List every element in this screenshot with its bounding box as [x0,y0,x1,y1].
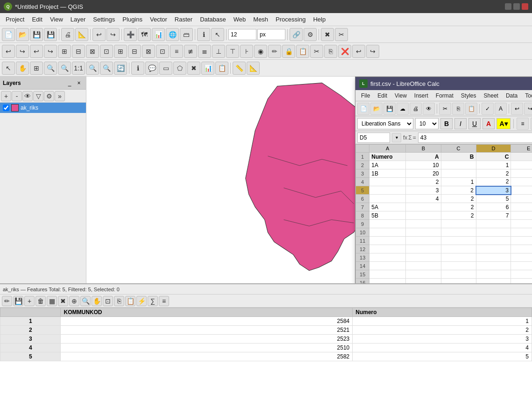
select-button[interactable]: ↖ [211,28,224,41]
cell-r6c1[interactable]: 4 [406,195,441,203]
layer-filter-button[interactable]: ▽ [33,91,43,101]
add-wms-button[interactable]: 🌐 [166,28,179,41]
layer-checkbox[interactable] [3,105,9,111]
tb2-btn1[interactable]: ↩ [2,45,15,58]
cell-r7c1[interactable] [406,203,441,211]
cell-r12c0[interactable] [369,245,406,253]
cell-r8c1[interactable] [406,211,441,220]
layer-item-ak-riks[interactable]: ak_riks [0,103,86,113]
cell-r4c2[interactable]: 1 [441,178,476,186]
tb2-btn21[interactable]: 🔒 [282,45,295,58]
attr-cell-r2c0[interactable]: 3 [0,335,61,344]
menu-view[interactable]: View [46,14,67,25]
tb2-btn19[interactable]: ◉ [254,45,267,58]
tb3-identify[interactable]: ℹ [131,62,144,75]
tb2-btn12[interactable]: ⊡ [156,45,169,58]
tb2-btn15[interactable]: ≣ [198,45,211,58]
identify-button[interactable]: ℹ [197,28,210,41]
tb2-btn3[interactable]: ↩ [30,45,43,58]
cell-r8c4[interactable]: 43 [511,211,532,220]
tb3-zoom-native[interactable]: 1:1 [72,62,85,75]
sidebar-collapse-button[interactable]: _ [65,79,74,87]
calc-save-button[interactable]: 💾 [383,103,396,115]
tb2-btn2[interactable]: ↪ [16,45,29,58]
cell-r14c0[interactable] [369,262,406,270]
tb2-btn8[interactable]: ⊡ [100,45,113,58]
align-left-button[interactable]: ≡ [517,118,529,130]
attr-cell-r1c0[interactable]: 2 [0,326,61,335]
layer-more-button[interactable]: » [55,91,65,101]
cell-ref-dropdown-button[interactable]: ▾ [392,133,401,142]
attr-copy-button[interactable]: ⎘ [114,296,124,306]
tb3-pan[interactable]: ✋ [16,62,29,75]
menu-help[interactable]: Help [309,14,329,25]
calc-menu-file[interactable]: File [357,91,374,100]
save-project-button[interactable]: 💾 [30,28,43,41]
tb2-btn16[interactable]: ⊥ [212,45,225,58]
cell-r14c3[interactable] [476,262,511,270]
calc-preview-button[interactable]: 👁 [423,103,435,115]
underline-button[interactable]: U [468,118,481,129]
cell-r1c0[interactable]: Numero [369,153,406,161]
col-header-d[interactable]: D [476,145,511,153]
cell-r6c0[interactable] [369,195,406,203]
highlight-button[interactable]: A▾ [497,118,511,129]
minimize-button[interactable] [505,3,511,10]
calc-menu-insert[interactable]: Insert [411,91,432,100]
tb2-btn24[interactable]: ⎘ [324,45,337,58]
tb3-deselect[interactable]: ✖ [187,62,200,75]
cell-r11c2[interactable] [441,237,476,245]
tb3-zoom-full[interactable]: ⊞ [30,62,43,75]
redo-button[interactable]: ↪ [106,28,120,41]
attr-cell-r1c1[interactable]: 2521 [61,326,353,335]
attr-cell-r0c0[interactable]: 1 [0,317,61,326]
cell-r11c4[interactable] [511,237,532,245]
tb3-refresh[interactable]: 🔄 [114,62,127,75]
cell-r2c2[interactable] [441,161,476,169]
tb2-btn5[interactable]: ⊞ [58,45,71,58]
tb3-measure2[interactable]: 📐 [247,62,260,75]
cell-r13c3[interactable] [476,253,511,262]
cell-r10c1[interactable] [406,228,441,237]
cell-r13c4[interactable] [511,253,532,262]
open-project-button[interactable]: 📂 [16,28,29,41]
font-size-input[interactable] [228,29,256,40]
layer-settings-button[interactable]: ⚙ [44,91,54,101]
cell-r1c4[interactable] [511,153,532,161]
bold-button[interactable]: B [440,118,453,129]
tb3-map-tips[interactable]: 💬 [145,62,158,75]
calc-menu-tools[interactable]: Tools [521,91,532,100]
snap-settings-button[interactable]: ⚙ [304,28,317,41]
cell-r1c1[interactable]: A [406,153,441,161]
attr-cell-r3c1[interactable]: 2510 [61,344,353,352]
cell-r1c3[interactable]: C [476,153,511,161]
cell-r3c0[interactable]: 1B [369,169,406,178]
calc-paste-button[interactable]: 📋 [465,103,477,115]
tb3-zoom-layer[interactable]: 🔍 [44,62,57,75]
attr-invert-select-button[interactable]: ⊕ [69,296,79,306]
calc-redo-button[interactable]: ↪ [524,103,532,115]
attr-paste-button[interactable]: 📋 [125,296,135,306]
menu-layer[interactable]: Layer [67,14,90,25]
cell-r6c4[interactable]: 54 [511,195,532,203]
tb2-btn13[interactable]: ≡ [170,45,183,58]
attr-more-button[interactable]: ≡ [159,296,169,306]
attr-new-button[interactable]: + [24,296,35,306]
cell-r8c3[interactable]: 7 [476,211,511,220]
cell-r8c0[interactable]: 5B [369,211,406,220]
undo-button[interactable]: ↩ [92,28,106,41]
cell-r9c2[interactable] [441,220,476,228]
attr-col-header-numero[interactable]: Numero [353,308,532,317]
table-row[interactable]: 325233 [0,335,532,344]
attr-cell-r2c2[interactable]: 3 [353,335,532,344]
print-composer-button[interactable]: 📐 [75,28,88,41]
attr-cell-r3c2[interactable]: 4 [353,344,532,352]
cell-r5c1[interactable]: 3 [406,186,441,195]
tb2-btn26[interactable]: ↩ [352,45,365,58]
tb2-btn4[interactable]: ↪ [44,45,57,58]
save-as-button[interactable]: 💾 [44,28,57,41]
italic-button[interactable]: I [454,118,467,129]
tb2-btn17[interactable]: ⊤ [226,45,239,58]
cell-r11c0[interactable] [369,237,406,245]
cell-r7c0[interactable]: 5A [369,203,406,211]
